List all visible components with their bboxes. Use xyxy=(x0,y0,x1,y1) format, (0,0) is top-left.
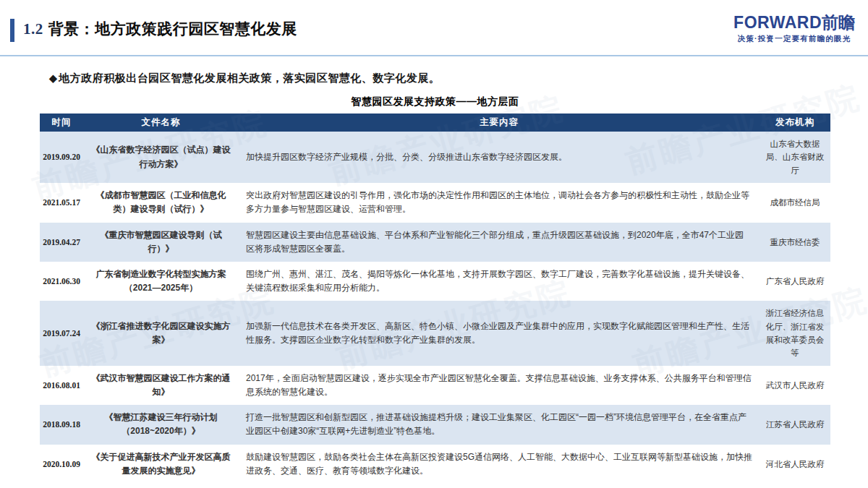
cell-publisher: 山东省大数据局、山东省财政厅 xyxy=(760,132,830,183)
cell-content: 加强新一代信息技术在各类开发区、高新区、特色小镇、小微企业园及产业集群中的应用，… xyxy=(239,301,760,366)
cell-doc-name: 《关于加快推进高新技术产业开发区（园区）高质量发展的实施意见》 xyxy=(83,484,239,488)
diamond-bullet-icon: ◆ xyxy=(49,72,57,84)
cell-date: 2021.05.17 xyxy=(40,183,83,222)
logo-wordmark: FORWARD前瞻 xyxy=(733,14,855,32)
table-row: 2016.08.01《武汉市智慧园区建设工作方案的通知》2017年，全面启动智慧… xyxy=(40,366,830,405)
cell-doc-name: 《武汉市智慧园区建设工作方案的通知》 xyxy=(83,366,239,405)
policy-table: 时间 文件名称 主要内容 发布机构 2019.09.20《山东省数字经济园区（试… xyxy=(40,114,830,488)
cell-content: 加快提升园区数字经济产业规模，分批、分类、分级推进山东省数字经济园区发展。 xyxy=(239,132,760,183)
cell-content: 围绕广州、惠州、湛江、茂名、揭阳等炼化一体化基地，支持开展数字园区、数字工厂建设… xyxy=(239,262,760,301)
col-header-time: 时间 xyxy=(40,114,83,132)
cell-date: 2016.08.01 xyxy=(40,366,83,405)
cell-doc-name: 《关于促进高新技术产业开发区高质量发展的实施意见》 xyxy=(83,445,239,484)
cell-content: 培育壮大现代产业集群，打造韧性智慧园区，推进园区智慧化发展。 xyxy=(239,484,760,488)
table-row: 2020.10.09《关于促进高新技术产业开发区高质量发展的实施意见》鼓励建设智… xyxy=(40,445,830,484)
cell-publisher: 重庆市经信委 xyxy=(760,223,830,262)
cell-content: 鼓励建设智慧园区，鼓励各类社会主体在高新区投资建设5G通信网络、人工智能、大数据… xyxy=(239,445,760,484)
logo-brand-cn: 前瞻 xyxy=(822,13,855,32)
cell-doc-name: 《山东省数字经济园区（试点）建设行动方案》 xyxy=(83,132,239,183)
policy-table-body: 2019.09.20《山东省数字经济园区（试点）建设行动方案》加快提升园区数字经… xyxy=(40,132,830,488)
col-header-content: 主要内容 xyxy=(239,114,760,132)
intro-line: ◆地方政府积极出台园区智慧化发展相关政策，落实园区智慧化、数字化发展。 xyxy=(49,72,868,85)
cell-content: 智慧园区建设主要由信息基础设施、平台体系和产业智能化三个部分组成，重点升级园区基… xyxy=(239,223,760,262)
cell-publisher: 成都市经信局 xyxy=(760,183,830,222)
cell-doc-name: 《重庆市智慧园区建设导则（试行）》 xyxy=(83,223,239,262)
col-header-publisher: 发布机构 xyxy=(760,114,830,132)
logo-brand-en: FORWARD xyxy=(733,13,822,32)
header-row: 时间 文件名称 主要内容 发布机构 xyxy=(40,114,830,132)
page-title-text: 背景：地方政策践行园区智慧化发展 xyxy=(48,20,297,37)
cell-publisher: 浙江省政府办公厅 xyxy=(760,484,830,488)
cell-doc-name: 《浙江省推进数字化园区建设实施方案》 xyxy=(83,301,239,366)
table-row: 2021.05.17《成都市智慧园区（工业和信息化类）建设导则（试行）》突出政府… xyxy=(40,183,830,222)
table-row: 2021.06.10《关于加快推进高新技术产业开发区（园区）高质量发展的实施意见… xyxy=(40,484,830,488)
table-row: 2018.09.18《智慧江苏建设三年行动计划（2018~2020年）》打造一批… xyxy=(40,405,830,444)
slide-header: 1.2背景：地方政策践行园区智慧化发展 FORWARD前瞻 决策·投资一定要有前… xyxy=(0,0,868,56)
cell-doc-name: 广东省制造业数字化转型实施方案（2021—2025年） xyxy=(83,262,239,301)
cell-publisher: 广东省人民政府 xyxy=(760,262,830,301)
cell-doc-name: 《智慧江苏建设三年行动计划（2018~2020年）》 xyxy=(83,405,239,444)
title-accent-bar xyxy=(10,19,14,42)
logo-tagline: 决策·投资一定要有前瞻的眼光 xyxy=(733,34,855,44)
cell-date: 2020.10.09 xyxy=(40,445,83,484)
col-header-doc-name: 文件名称 xyxy=(83,114,239,132)
cell-content: 打造一批智慧园区和创新型园区，推进基础设施提档升级；建设工业集聚区、化工园区“一… xyxy=(239,405,760,444)
table-row: 2019.07.24《浙江省推进数字化园区建设实施方案》加强新一代信息技术在各类… xyxy=(40,301,830,366)
cell-date: 2021.06.30 xyxy=(40,262,83,301)
cell-publisher: 江苏省人民政府 xyxy=(760,405,830,444)
cell-date: 2019.04.27 xyxy=(40,223,83,262)
intro-text: 地方政府积极出台园区智慧化发展相关政策，落实园区智慧化、数字化发展。 xyxy=(59,72,440,84)
cell-date: 2021.06.10 xyxy=(40,484,83,488)
cell-date: 2019.09.20 xyxy=(40,132,83,183)
forward-logo: FORWARD前瞻 决策·投资一定要有前瞻的眼光 xyxy=(733,14,855,44)
table-title: 智慧园区发展支持政策——地方层面 xyxy=(40,95,830,108)
cell-content: 突出政府对智慧园区建设的引导作用，强化市场的决定性作用和园区的主体地位，调动社会… xyxy=(239,183,760,222)
policy-table-header: 时间 文件名称 主要内容 发布机构 xyxy=(40,114,830,132)
table-row: 2019.04.27《重庆市智慧园区建设导则（试行）》智慧园区建设主要由信息基础… xyxy=(40,223,830,262)
cell-content: 2017年，全面启动智慧园区建设，逐步实现全市产业园区智慧化全覆盖。支撑信息基础… xyxy=(239,366,760,405)
table-row: 2021.06.30广东省制造业数字化转型实施方案（2021—2025年）围绕广… xyxy=(40,262,830,301)
cell-date: 2019.07.24 xyxy=(40,301,83,366)
section-number: 1.2 xyxy=(23,20,43,38)
cell-publisher: 武汉市人民政府 xyxy=(760,366,830,405)
cell-publisher: 浙江省经济信息化厅、浙江省发展和改革委员会等 xyxy=(760,301,830,366)
cell-doc-name: 《成都市智慧园区（工业和信息化类）建设导则（试行）》 xyxy=(83,183,239,222)
table-row: 2019.09.20《山东省数字经济园区（试点）建设行动方案》加快提升园区数字经… xyxy=(40,132,830,183)
page-title: 1.2背景：地方政策践行园区智慧化发展 xyxy=(23,19,297,39)
cell-publisher: 河北省人民政府 xyxy=(760,445,830,484)
cell-date: 2018.09.18 xyxy=(40,405,83,444)
